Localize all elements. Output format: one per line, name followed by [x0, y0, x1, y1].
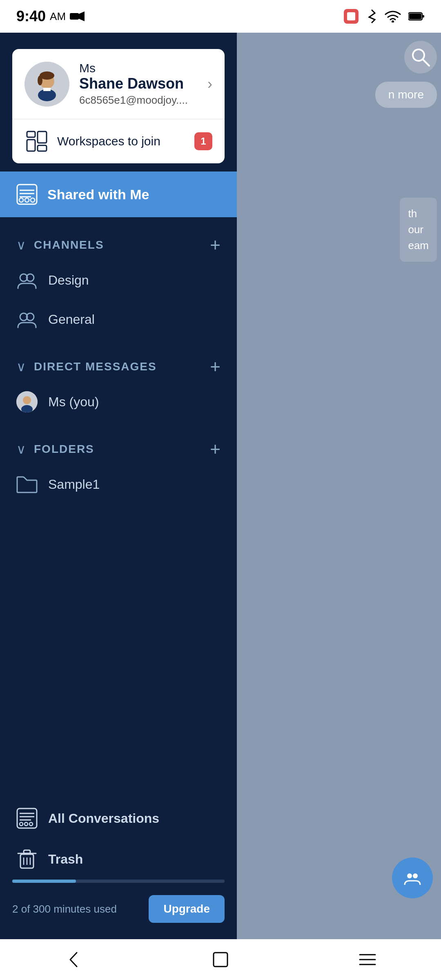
status-icons [344, 9, 425, 24]
battery-icon [408, 11, 425, 21]
shared-with-me-label: Shared with Me [47, 187, 149, 203]
right-text-line-2: our [408, 222, 429, 238]
svg-rect-15 [27, 131, 35, 137]
dm-avatar [16, 391, 38, 412]
user-name: Shane Dawson [79, 75, 198, 92]
home-button[interactable] [204, 943, 237, 976]
avatar [24, 62, 69, 107]
svg-point-37 [20, 822, 23, 826]
channel-group-icon-2 [16, 309, 38, 330]
progress-area: 2 of 300 minutes used Upgrade [0, 887, 237, 931]
svg-rect-50 [214, 953, 227, 967]
channel-group-icon [16, 270, 38, 291]
folder-icon [16, 474, 38, 495]
svg-rect-17 [38, 131, 47, 143]
right-panel: n more th our eam [237, 33, 441, 939]
dm-title: DIRECT MESSAGES [34, 360, 202, 373]
workspace-grid-icon [26, 131, 47, 152]
user-info-row[interactable]: Ms Shane Dawson 6c8565e1@moodjoy.... › [12, 49, 225, 119]
menu-button[interactable] [351, 943, 384, 976]
workspace-icon [24, 129, 49, 154]
svg-point-31 [23, 396, 31, 404]
shared-with-me-item[interactable]: Shared with Me [0, 172, 237, 217]
svg-point-48 [407, 873, 412, 878]
sidebar-item-dm-ms[interactable]: Ms (you) [0, 382, 237, 421]
shared-icon [16, 184, 38, 205]
svg-rect-16 [27, 140, 35, 151]
channel-design-label: Design [48, 273, 89, 288]
svg-rect-18 [38, 145, 47, 151]
user-details: Ms Shane Dawson 6c8565e1@moodjoy.... [79, 61, 198, 107]
workspace-row[interactable]: Workspaces to join 1 [12, 119, 225, 163]
progress-bar-bg [12, 880, 225, 883]
svg-rect-14 [43, 88, 51, 91]
avatar-image [29, 66, 65, 102]
right-text-line-3: eam [408, 238, 429, 254]
back-button[interactable] [57, 943, 90, 976]
folder-sample1-label: Sample1 [48, 477, 100, 492]
bluetooth-icon [366, 9, 377, 24]
sidebar-item-all-conversations[interactable]: All Conversations [0, 798, 237, 839]
progress-text: 2 of 300 minutes used [12, 903, 117, 915]
svg-rect-0 [70, 13, 79, 20]
sidebar-item-sample1[interactable]: Sample1 [0, 465, 237, 504]
upgrade-button[interactable]: Upgrade [149, 895, 225, 923]
svg-rect-3 [347, 12, 355, 20]
folders-section-header[interactable]: ∨ FOLDERS + [0, 434, 237, 465]
time-display: 9:40 [16, 8, 46, 25]
svg-point-13 [38, 76, 42, 85]
svg-point-39 [29, 822, 33, 826]
user-card[interactable]: Ms Shane Dawson 6c8565e1@moodjoy.... › W… [12, 49, 225, 163]
channel-general-label: General [48, 312, 95, 327]
progress-bar-container [12, 880, 225, 883]
video-camera-icon [70, 11, 85, 22]
recording-icon [344, 9, 359, 24]
trash-icon [16, 849, 38, 870]
workspace-label: Workspaces to join [57, 134, 186, 148]
user-email: 6c8565e1@moodjoy.... [79, 94, 198, 107]
dm-section-header[interactable]: ∨ DIRECT MESSAGES + [0, 351, 237, 382]
workspace-badge: 1 [194, 132, 212, 150]
user-prefix: Ms [79, 61, 198, 75]
ampm-display: AM [50, 10, 66, 23]
status-bar: 9:40 AM [0, 0, 441, 33]
search-icon[interactable] [404, 41, 437, 74]
svg-point-38 [24, 822, 28, 826]
svg-rect-42 [24, 850, 30, 853]
dm-chevron-icon: ∨ [16, 359, 26, 374]
svg-point-25 [31, 198, 35, 202]
folders-chevron-icon: ∨ [16, 441, 26, 457]
svg-rect-7 [422, 15, 424, 18]
svg-line-47 [423, 59, 429, 66]
wifi-icon [385, 10, 401, 22]
right-text-line-1: th [408, 206, 429, 222]
nav-bar [0, 939, 441, 980]
channels-chevron-icon: ∨ [16, 237, 26, 253]
bottom-nav: All Conversations Trash [0, 798, 237, 939]
main-layout: Ms Shane Dawson 6c8565e1@moodjoy.... › W… [0, 33, 441, 939]
right-text-block: th our eam [400, 198, 437, 262]
sidebar: Ms Shane Dawson 6c8565e1@moodjoy.... › W… [0, 33, 237, 939]
svg-rect-8 [409, 13, 421, 19]
sidebar-item-general[interactable]: General [0, 300, 237, 339]
all-conversations-icon [16, 808, 38, 829]
fab-button[interactable] [392, 858, 433, 898]
user-chevron-icon[interactable]: › [207, 76, 212, 93]
channels-add-icon[interactable]: + [210, 236, 220, 254]
svg-point-49 [413, 873, 418, 878]
folders-add-icon[interactable]: + [210, 440, 220, 458]
sidebar-item-trash[interactable]: Trash [0, 839, 237, 880]
svg-marker-1 [79, 11, 85, 21]
trash-label: Trash [48, 852, 83, 867]
svg-point-24 [25, 198, 29, 202]
dm-ms-label: Ms (you) [48, 394, 99, 410]
all-conversations-label: All Conversations [48, 811, 159, 826]
more-button[interactable]: n more [375, 82, 437, 108]
progress-bar-fill [12, 880, 76, 883]
channels-title: CHANNELS [34, 238, 202, 252]
sidebar-item-design[interactable]: Design [0, 261, 237, 300]
channels-section-header[interactable]: ∨ CHANNELS + [0, 229, 237, 261]
dm-add-icon[interactable]: + [210, 358, 220, 376]
status-time: 9:40 AM [16, 8, 85, 25]
folders-title: FOLDERS [34, 443, 202, 456]
